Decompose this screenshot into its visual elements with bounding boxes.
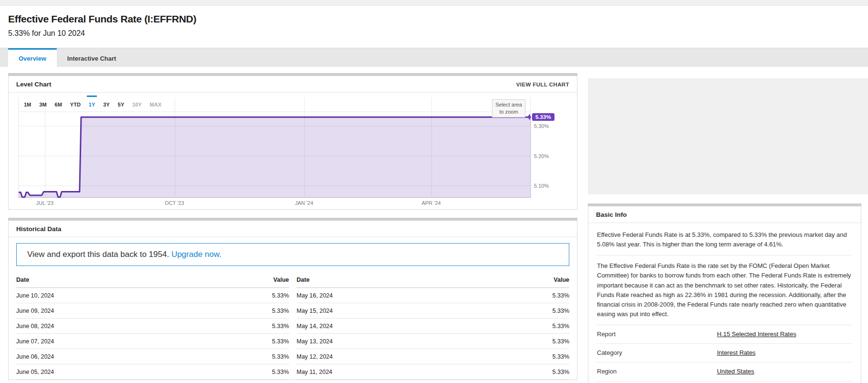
divider: [597, 255, 852, 255]
row-date: May 12, 2024: [297, 349, 482, 364]
tab-overview[interactable]: Overview: [8, 48, 57, 67]
field-label: Region: [597, 367, 717, 376]
row-value: 5.33%: [205, 349, 289, 364]
field-label: Category: [597, 348, 717, 358]
row-date: May 13, 2024: [297, 334, 482, 349]
row-value: 5.33%: [482, 349, 569, 364]
page-title: Effective Federal Funds Rate (I:EFFRND): [8, 13, 860, 25]
row-date: June 07, 2024: [16, 334, 205, 349]
table-row: May 13, 20245.33%: [297, 334, 570, 349]
row-date: June 10, 2024: [16, 288, 205, 303]
date-column-header: Date: [16, 275, 205, 288]
basic-info-title: Basic Info: [596, 211, 627, 218]
level-chart-title: Level Chart: [16, 81, 52, 88]
x-axis-tick-oct23: OCT '23: [165, 200, 184, 206]
row-date: June 09, 2024: [16, 303, 205, 319]
select-area-to-zoom-button[interactable]: Select area to zoom: [492, 99, 525, 117]
historical-tables: Date Value June 10, 20245.33% June 09, 2…: [16, 275, 569, 380]
historical-data-header: Historical Data: [9, 221, 577, 237]
info-field-region: Region United States: [597, 362, 852, 381]
table-header-row: Date Value: [16, 275, 289, 288]
range-button-max-disabled: MAX: [148, 100, 163, 109]
upgrade-message: View and export this data back to 1954.: [27, 250, 169, 259]
table-header-row: Date Value: [297, 275, 570, 288]
historical-table-left: Date Value June 10, 20245.33% June 09, 2…: [16, 275, 289, 380]
right-column: Basic Info Effective Federal Funds Rate …: [588, 74, 868, 383]
table-row: June 10, 20245.33%: [16, 288, 289, 303]
upgrade-now-link[interactable]: Upgrade now.: [171, 250, 221, 259]
row-date: June 05, 2024: [16, 364, 205, 380]
row-value: 5.33%: [482, 303, 569, 319]
range-button-3m[interactable]: 3M: [37, 100, 48, 109]
value-column-header: Value: [482, 275, 569, 288]
upgrade-banner: View and export this data back to 1954. …: [16, 243, 569, 266]
info-field-report: Report H.15 Selected Interest Rates: [597, 325, 852, 343]
tab-interactive-chart[interactable]: Interactive Chart: [57, 48, 127, 67]
area-chart-svg: [19, 97, 531, 198]
row-value: 5.33%: [482, 288, 569, 303]
range-button-ytd[interactable]: YTD: [68, 100, 83, 109]
page-subtitle: 5.33% for Jun 10 2024: [8, 29, 860, 38]
row-value: 5.33%: [205, 303, 289, 319]
page: Effective Federal Funds Rate (I:EFFRND) …: [0, 0, 868, 383]
ad-placeholder: [588, 78, 868, 194]
table-row: May 15, 20245.33%: [297, 303, 570, 319]
historical-data-title: Historical Data: [16, 225, 62, 233]
table-row: May 16, 20245.33%: [297, 288, 570, 303]
table-row: June 07, 20245.33%: [16, 334, 289, 349]
field-label: Report: [597, 330, 717, 339]
chart-body: 1M 3M 6M YTD 1Y 3Y 5Y 10Y MAX Select are…: [9, 93, 577, 209]
basic-info-description: The Effective Federal Funds Rate is the …: [597, 261, 852, 319]
view-full-chart-link[interactable]: VIEW FULL CHART: [516, 82, 569, 87]
current-value-badge: 5.33%: [532, 113, 554, 121]
table-row: June 09, 20245.33%: [16, 303, 289, 319]
x-axis-tick-jul23: JUL '23: [36, 200, 54, 206]
info-field-source: Source Federal Reserve: [597, 381, 852, 383]
row-value: 5.33%: [205, 288, 289, 303]
top-strip: [0, 0, 868, 6]
row-date: May 16, 2024: [297, 288, 482, 303]
report-link[interactable]: H.15 Selected Interest Rates: [717, 330, 796, 339]
range-selector: 1M 3M 6M YTD 1Y 3Y 5Y 10Y MAX: [19, 97, 167, 112]
table-row: May 11, 20245.33%: [297, 364, 570, 380]
level-chart-header: Level Chart VIEW FULL CHART: [9, 76, 577, 93]
y-axis-tick-510: 5.10%: [534, 183, 549, 189]
basic-info-summary: Effective Federal Funds Rate is at 5.33%…: [597, 230, 852, 249]
row-value: 5.33%: [205, 319, 289, 334]
historical-data-body: View and export this data back to 1954. …: [9, 237, 577, 380]
region-link[interactable]: United States: [717, 367, 754, 376]
chart-x-axis: JUL '23 OCT '23 JAN '24 APR '24: [18, 198, 531, 207]
tab-bar: Overview Interactive Chart: [0, 48, 868, 67]
row-value: 5.33%: [205, 364, 289, 380]
historical-table-right: Date Value May 16, 20245.33% May 15, 202…: [297, 275, 570, 380]
historical-data-panel: Historical Data View and export this dat…: [8, 218, 577, 380]
category-link[interactable]: Interest Rates: [717, 348, 755, 358]
range-button-10y-disabled: 10Y: [130, 100, 144, 109]
row-date: May 14, 2024: [297, 319, 482, 334]
value-column-header: Value: [205, 275, 289, 288]
row-date: May 15, 2024: [297, 303, 482, 319]
x-axis-tick-apr24: APR '24: [422, 200, 441, 206]
y-axis-tick-530: 5.30%: [534, 123, 549, 129]
range-button-1m[interactable]: 1M: [22, 100, 33, 109]
row-value: 5.33%: [205, 334, 289, 349]
row-value: 5.33%: [482, 319, 569, 334]
table-row: June 08, 20245.33%: [16, 319, 289, 334]
y-axis-tick-520: 5.20%: [534, 153, 549, 159]
x-axis-tick-jan24: JAN '24: [295, 200, 313, 206]
row-date: May 11, 2024: [297, 364, 482, 380]
chart-y-axis: 5.33% 5.30% 5.20% 5.10%: [533, 97, 576, 198]
level-chart-panel: Level Chart VIEW FULL CHART 1M 3M 6M YTD…: [8, 73, 577, 210]
info-field-category: Category Interest Rates: [597, 343, 852, 362]
range-button-3y[interactable]: 3Y: [101, 100, 111, 109]
range-button-6m[interactable]: 6M: [53, 100, 64, 109]
range-button-5y[interactable]: 5Y: [116, 100, 126, 109]
date-column-header: Date: [297, 275, 482, 288]
table-row: June 06, 20245.33%: [16, 349, 289, 364]
basic-info-header: Basic Info: [588, 206, 861, 223]
row-date: June 06, 2024: [16, 349, 205, 364]
range-button-1y-active[interactable]: 1Y: [87, 100, 97, 109]
basic-info-body: Effective Federal Funds Rate is at 5.33%…: [588, 223, 861, 383]
basic-info-panel: Basic Info Effective Federal Funds Rate …: [588, 203, 861, 383]
chart-plot-area[interactable]: 1M 3M 6M YTD 1Y 3Y 5Y 10Y MAX Select are…: [18, 97, 531, 198]
